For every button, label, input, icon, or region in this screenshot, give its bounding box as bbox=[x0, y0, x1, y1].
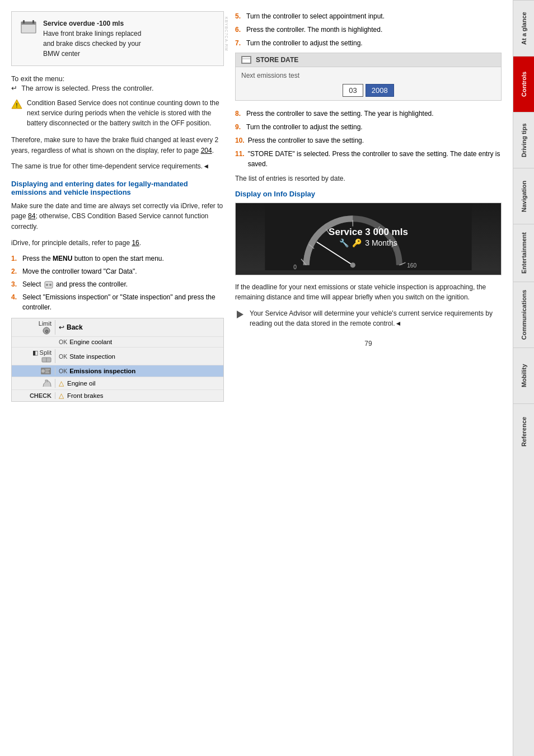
speedo-text: Service 3 000 mls 🔧 🔑 3 Months bbox=[329, 226, 408, 248]
step-7: 7. Turn the controller to adjust the set… bbox=[235, 38, 502, 48]
svg-marker-30 bbox=[237, 311, 243, 318]
watermark1: KBYBC7CA-RM bbox=[224, 17, 228, 51]
date-input-row: 03 2008 bbox=[241, 84, 495, 97]
sidebar-tab-at-a-glance[interactable]: At a glance bbox=[513, 0, 534, 56]
arrow-back-icon: ↵ bbox=[11, 84, 17, 92]
menu-row-state-inspection: ◧ Split OK State inspection bbox=[12, 348, 223, 365]
sidebar-tab-controls[interactable]: Controls bbox=[513, 56, 534, 112]
svg-point-8 bbox=[49, 284, 51, 286]
svg-rect-2 bbox=[23, 20, 25, 24]
service-text: Service overdue -100 mls Have front brak… bbox=[43, 18, 141, 59]
section-heading: Displaying and entering dates for legall… bbox=[11, 180, 224, 196]
body-para-2: The same is true for other time-dependen… bbox=[11, 161, 224, 172]
store-date-icon bbox=[241, 56, 251, 64]
menu-row-engine-coolant: OK Engine coolant bbox=[12, 337, 223, 348]
svg-point-14 bbox=[41, 369, 45, 373]
step-9: 9. Turn the controller to adjust the set… bbox=[235, 122, 502, 132]
menu-left-oil bbox=[16, 379, 55, 388]
store-date-body: Next emissions test 03 2008 bbox=[236, 67, 501, 100]
section-intro2: iDrive, for principle details, refer to … bbox=[11, 238, 224, 248]
menu-left-limit: Limit ⚙ bbox=[16, 320, 55, 335]
menu-row-emissions: OK Emissions inspection bbox=[12, 365, 223, 377]
menu-left-check: CHECK bbox=[16, 392, 55, 399]
note-block: Your Service Advisor will determine your… bbox=[235, 308, 502, 328]
steps-list: 1. Press the MENU button to open the sta… bbox=[11, 253, 224, 312]
info-display-heading: Display on Info Display bbox=[235, 190, 502, 198]
menu-row-front-brakes: CHECK △ Front brakes bbox=[12, 390, 223, 401]
sidebar-tab-communications[interactable]: Communications bbox=[513, 281, 534, 348]
store-date-box: STORE DATE Next emissions test 03 2008 L… bbox=[235, 53, 502, 101]
step-1: 1. Press the MENU button to open the sta… bbox=[11, 253, 224, 264]
svg-point-7 bbox=[46, 284, 48, 286]
exit-menu: To exit the menu: ↵ The arrow is selecte… bbox=[11, 75, 224, 92]
svg-text:!: ! bbox=[16, 102, 17, 109]
menu-left-emissions bbox=[16, 367, 55, 375]
page-number: 79 bbox=[235, 340, 502, 348]
svg-rect-16 bbox=[242, 57, 250, 63]
step-8: 8. Press the controller to save the sett… bbox=[235, 109, 502, 119]
service-overdue-box: Service overdue -100 mls Have front brak… bbox=[11, 11, 224, 66]
sidebar-tab-mobility[interactable]: Mobility bbox=[513, 348, 534, 403]
sidebar: At a glance Controls Driving tips Naviga… bbox=[513, 0, 534, 756]
step-5: 5. Turn the controller to select appoint… bbox=[235, 11, 502, 21]
info-display-body: If the deadline for your next emissions … bbox=[235, 282, 502, 303]
warning-triangle-icon: ! bbox=[11, 98, 22, 110]
step-2: 2. Move the controller toward "Car Data"… bbox=[11, 266, 224, 276]
menu-left-split: ◧ Split bbox=[16, 349, 55, 363]
svg-text:160: 160 bbox=[407, 262, 416, 269]
list-resorted: The list of entries is resorted by date. bbox=[235, 173, 502, 184]
info-display-box: 160 0 Service 3 000 mls 🔧 🔑 3 Mont bbox=[235, 203, 502, 275]
store-date-header: STORE DATE bbox=[236, 53, 501, 67]
svg-text:⚙: ⚙ bbox=[45, 329, 49, 334]
step-10: 10. Press the controller to save the set… bbox=[235, 135, 502, 145]
body-para-1: Therefore, make sure to have the brake f… bbox=[11, 135, 224, 156]
step-6: 6. Press the controller. The month is hi… bbox=[235, 25, 502, 35]
calendar-icon: 🔑 bbox=[352, 238, 362, 247]
menu-screenshot: Limit ⚙ ↩ Back OK bbox=[11, 318, 224, 402]
svg-point-29 bbox=[350, 262, 355, 267]
warning-block: ! Condition Based Service does not conti… bbox=[11, 98, 224, 128]
sidebar-tab-driving-tips[interactable]: Driving tips bbox=[513, 112, 534, 168]
step-11: 11. "STORE DATE" is selected. Press the … bbox=[235, 149, 502, 169]
sidebar-tab-entertainment[interactable]: Entertainment bbox=[513, 224, 534, 281]
wrench-icon: 🔧 bbox=[339, 238, 349, 247]
menu-row-engine-oil: △ Engine oil bbox=[12, 377, 223, 390]
note-play-icon bbox=[235, 309, 245, 320]
sidebar-tab-reference[interactable]: Reference bbox=[513, 403, 534, 459]
right-steps2-list: 8. Press the controller to save the sett… bbox=[235, 109, 502, 169]
menu-row-back: Limit ⚙ ↩ Back bbox=[12, 318, 223, 337]
step-3: 3. Select and press the controller. bbox=[11, 279, 224, 289]
note-text: Your Service Advisor will determine your… bbox=[250, 308, 502, 328]
svg-text:0: 0 bbox=[293, 264, 297, 270]
right-steps-list: 5. Turn the controller to select appoint… bbox=[235, 11, 502, 48]
left-column: Service overdue -100 mls Have front brak… bbox=[11, 11, 224, 745]
step-4: 4. Select "Emissions inspection" or "Sta… bbox=[11, 292, 224, 312]
svg-rect-3 bbox=[32, 20, 34, 24]
sidebar-tab-navigation[interactable]: Navigation bbox=[513, 168, 534, 224]
right-column: 5. Turn the controller to select appoint… bbox=[235, 11, 502, 745]
month-field[interactable]: 03 bbox=[343, 84, 363, 97]
year-field[interactable]: 2008 bbox=[366, 84, 394, 97]
service-icon bbox=[20, 18, 38, 36]
section-intro: Make sure the date and time are always s… bbox=[11, 201, 224, 232]
speedometer-area: 160 0 Service 3 000 mls 🔧 🔑 3 Mont bbox=[236, 203, 501, 270]
